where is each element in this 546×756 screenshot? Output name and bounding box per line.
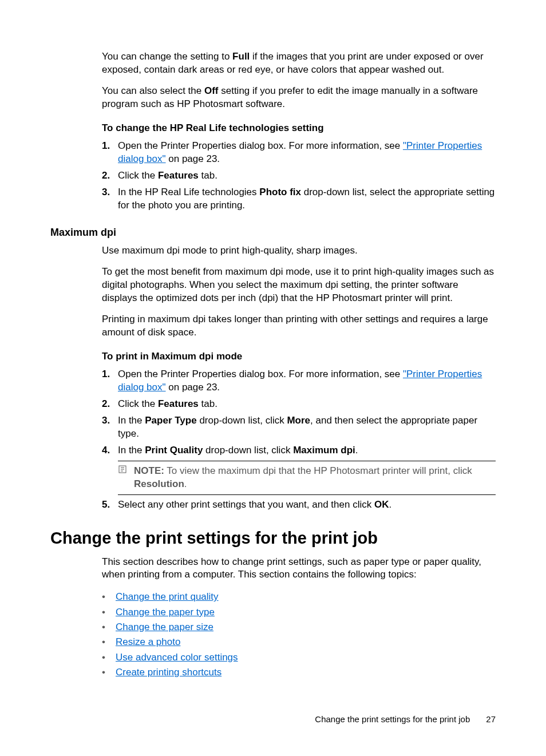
list-item: 2. Click the Features tab. <box>102 169 496 183</box>
step-number: 4. <box>102 444 118 457</box>
ordered-list: 1. Open the Printer Properties dialog bo… <box>102 140 496 212</box>
note-icon <box>118 465 130 491</box>
list-item: 3. In the Paper Type drop-down list, cli… <box>102 414 496 441</box>
heading-change-print-settings: Change the print settings for the print … <box>50 529 496 548</box>
bullet-list: •Change the print quality •Change the pa… <box>102 589 496 680</box>
body-text: You can change the setting to Full if th… <box>102 50 496 77</box>
list-item: 2. Click the Features tab. <box>102 398 496 411</box>
step-number: 2. <box>102 169 118 183</box>
bullet-icon: • <box>102 665 116 680</box>
step-number: 5. <box>102 498 118 512</box>
list-item: 1. Open the Printer Properties dialog bo… <box>102 140 496 166</box>
body-text: Printing in maximum dpi takes longer tha… <box>102 313 496 339</box>
list-item: •Change the paper size <box>102 620 496 635</box>
list-item: 1. Open the Printer Properties dialog bo… <box>102 368 496 394</box>
link-create-shortcuts[interactable]: Create printing shortcuts <box>116 665 221 680</box>
body-text: To get the most benefit from maximum dpi… <box>102 266 496 305</box>
step-number: 3. <box>102 414 118 441</box>
list-item: •Create printing shortcuts <box>102 665 496 680</box>
step-number: 3. <box>102 186 118 212</box>
body-text: You can also select the Off setting if y… <box>102 85 496 111</box>
body-text: This section describes how to change pri… <box>102 556 496 582</box>
sub-heading: To change the HP Real Life technologies … <box>102 122 496 134</box>
list-item: 5. Select any other print settings that … <box>102 498 496 512</box>
step-number: 1. <box>102 368 118 394</box>
body-text: Use maximum dpi mode to print high-quali… <box>102 244 496 258</box>
list-item: 4. In the Print Quality drop-down list, … <box>102 444 496 457</box>
note-box: NOTE: To view the maximum dpi that the H… <box>118 461 496 495</box>
bullet-icon: • <box>102 620 116 635</box>
link-advanced-color[interactable]: Use advanced color settings <box>116 650 238 665</box>
list-item: •Resize a photo <box>102 635 496 650</box>
bullet-icon: • <box>102 635 116 650</box>
bullet-icon: • <box>102 589 116 604</box>
heading-maximum-dpi: Maximum dpi <box>50 227 496 239</box>
list-item: •Change the print quality <box>102 589 496 604</box>
step-number: 2. <box>102 398 118 411</box>
bullet-icon: • <box>102 650 116 665</box>
list-item: •Use advanced color settings <box>102 650 496 665</box>
ordered-list: 1. Open the Printer Properties dialog bo… <box>102 368 496 511</box>
link-change-print-quality[interactable]: Change the print quality <box>116 589 219 604</box>
link-change-paper-type[interactable]: Change the paper type <box>116 605 215 620</box>
step-number: 1. <box>102 140 118 166</box>
bullet-icon: • <box>102 605 116 620</box>
footer-section-title: Change the print settings for the print … <box>315 714 470 724</box>
link-change-paper-size[interactable]: Change the paper size <box>116 620 213 635</box>
list-item: 3. In the HP Real Life technologies Phot… <box>102 186 496 212</box>
page-footer: Change the print settings for the print … <box>315 714 496 724</box>
sub-heading: To print in Maximum dpi mode <box>102 351 496 362</box>
page-number: 27 <box>486 714 496 724</box>
link-resize-photo[interactable]: Resize a photo <box>116 635 180 650</box>
list-item: •Change the paper type <box>102 605 496 620</box>
